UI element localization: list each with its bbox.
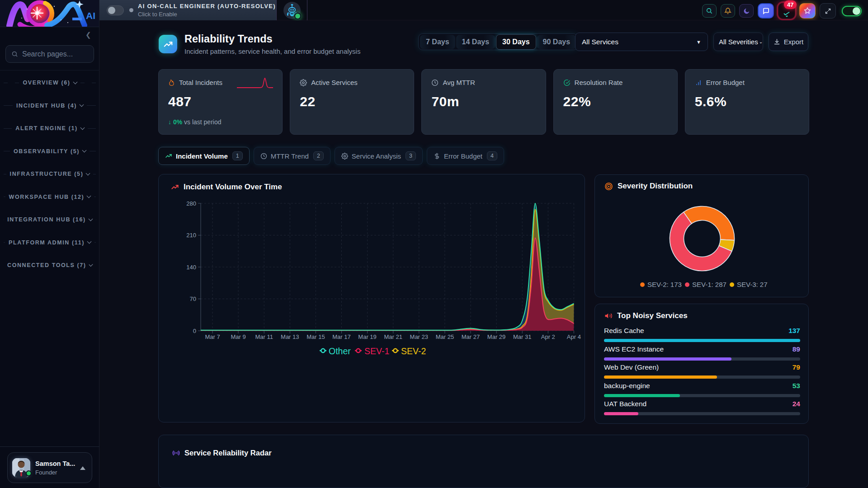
svg-text:Mar 21: Mar 21 [384, 333, 402, 340]
svg-text:Apr 2: Apr 2 [541, 333, 555, 340]
svg-text:Mar 29: Mar 29 [487, 333, 505, 340]
svg-text:Mar 15: Mar 15 [307, 333, 325, 340]
svg-text:Mar 17: Mar 17 [332, 333, 350, 340]
svg-text:210: 210 [186, 232, 196, 239]
svg-text:SEV-1: SEV-1 [364, 346, 389, 356]
svg-text:Mar 9: Mar 9 [231, 333, 245, 340]
svg-text:Mar 13: Mar 13 [281, 333, 299, 340]
svg-text:SEV-2: SEV-2 [401, 346, 426, 356]
svg-text:Mar 11: Mar 11 [255, 333, 273, 340]
svg-text:Mar 19: Mar 19 [358, 333, 376, 340]
svg-text:SEV-1: 287: SEV-1: 287 [692, 281, 726, 288]
svg-text:SEV-3: 27: SEV-3: 27 [737, 281, 768, 288]
svg-text:Mar 25: Mar 25 [436, 333, 454, 340]
svg-text:Apr 4: Apr 4 [567, 333, 581, 340]
svg-text:70: 70 [190, 296, 196, 302]
svg-text:SEV-2: 173: SEV-2: 173 [647, 281, 682, 288]
svg-text:Mar 27: Mar 27 [462, 333, 480, 340]
svg-text:Mar 7: Mar 7 [205, 333, 220, 340]
svg-text:AI: AI [86, 10, 95, 21]
svg-text:280: 280 [186, 200, 196, 207]
svg-text:0: 0 [193, 328, 196, 334]
svg-text:Mar 23: Mar 23 [410, 333, 428, 340]
svg-text:Other: Other [329, 346, 351, 356]
svg-text:Mar 31: Mar 31 [513, 333, 531, 340]
svg-text:140: 140 [186, 264, 196, 271]
